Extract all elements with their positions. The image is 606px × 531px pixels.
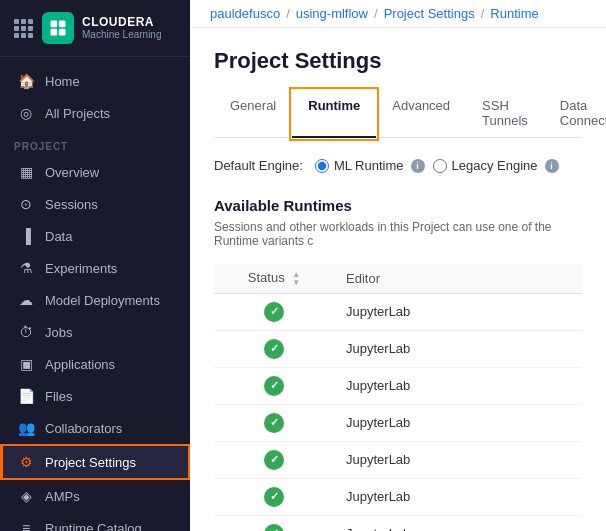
editor-cell: JupyterLab bbox=[334, 330, 582, 367]
sidebar-item-label: Files bbox=[45, 389, 72, 404]
column-header-status[interactable]: Status ▲▼ bbox=[214, 264, 334, 293]
status-check-icon: ✓ bbox=[264, 339, 284, 359]
status-cell: ✓ bbox=[214, 441, 334, 478]
overview-icon: ▦ bbox=[17, 163, 35, 181]
sidebar-item-experiments[interactable]: ⚗ Experiments bbox=[0, 252, 190, 284]
status-check-icon: ✓ bbox=[264, 487, 284, 507]
table-row: ✓ JupyterLab bbox=[214, 478, 582, 515]
status-column-label: Status bbox=[248, 270, 285, 285]
page-title: Project Settings bbox=[214, 48, 582, 74]
column-header-editor: Editor bbox=[334, 264, 582, 293]
breadcrumb-sep-2: / bbox=[374, 6, 378, 21]
sidebar-item-jobs[interactable]: ⏱ Jobs bbox=[0, 316, 190, 348]
tab-data-connections[interactable]: Data Connections bbox=[544, 90, 606, 138]
amps-icon: ◈ bbox=[17, 487, 35, 505]
sidebar-item-label: Collaborators bbox=[45, 421, 122, 436]
status-sort-icon[interactable]: ▲▼ bbox=[292, 271, 300, 287]
status-cell: ✓ bbox=[214, 330, 334, 367]
sidebar-item-label: Overview bbox=[45, 165, 99, 180]
grid-menu-icon[interactable] bbox=[14, 19, 32, 37]
legacy-engine-info-icon[interactable]: i bbox=[545, 159, 559, 173]
sidebar-item-all-projects[interactable]: ◎ All Projects bbox=[0, 97, 190, 129]
sidebar-item-model-deployments[interactable]: ☁ Model Deployments bbox=[0, 284, 190, 316]
runtimes-table: Status ▲▼ Editor ✓ JupyterLab ✓ JupyterL… bbox=[214, 264, 582, 531]
sidebar-item-label: Project Settings bbox=[45, 455, 136, 470]
table-row: ✓ JupyterLab bbox=[214, 515, 582, 531]
tab-runtime[interactable]: Runtime bbox=[292, 90, 376, 138]
model-deployments-icon: ☁ bbox=[17, 291, 35, 309]
status-cell: ✓ bbox=[214, 367, 334, 404]
status-cell: ✓ bbox=[214, 515, 334, 531]
sidebar-item-label: AMPs bbox=[45, 489, 80, 504]
sidebar-item-home[interactable]: 🏠 Home bbox=[0, 65, 190, 97]
sidebar-item-collaborators[interactable]: 👥 Collaborators bbox=[0, 412, 190, 444]
sidebar-item-sessions[interactable]: ⊙ Sessions bbox=[0, 188, 190, 220]
files-icon: 📄 bbox=[17, 387, 35, 405]
main-content: pauldefusco / using-mlflow / Project Set… bbox=[190, 0, 606, 531]
sidebar-item-overview[interactable]: ▦ Overview bbox=[0, 156, 190, 188]
status-cell: ✓ bbox=[214, 478, 334, 515]
sidebar-item-files[interactable]: 📄 Files bbox=[0, 380, 190, 412]
home-icon: 🏠 bbox=[17, 72, 35, 90]
sidebar-item-data[interactable]: ▐ Data bbox=[0, 220, 190, 252]
project-settings-icon: ⚙ bbox=[17, 453, 35, 471]
svg-rect-2 bbox=[51, 29, 58, 36]
brand-text: CLOUDERA Machine Learning bbox=[82, 15, 162, 41]
tab-general[interactable]: General bbox=[214, 90, 292, 138]
sidebar-section-project: PROJECT bbox=[0, 129, 190, 156]
data-icon: ▐ bbox=[17, 227, 35, 245]
sidebar-item-label: Model Deployments bbox=[45, 293, 160, 308]
breadcrumb-settings[interactable]: Project Settings bbox=[384, 6, 475, 21]
ml-runtime-info-icon[interactable]: i bbox=[411, 159, 425, 173]
sessions-icon: ⊙ bbox=[17, 195, 35, 213]
status-check-icon: ✓ bbox=[264, 302, 284, 322]
table-row: ✓ JupyterLab bbox=[214, 404, 582, 441]
breadcrumb-project[interactable]: using-mlflow bbox=[296, 6, 368, 21]
sidebar-logo: CLOUDERA Machine Learning bbox=[0, 0, 190, 57]
status-cell: ✓ bbox=[214, 404, 334, 441]
brand-sub: Machine Learning bbox=[82, 29, 162, 41]
collaborators-icon: 👥 bbox=[17, 419, 35, 437]
sidebar-item-label: Sessions bbox=[45, 197, 98, 212]
sidebar-item-amps[interactable]: ◈ AMPs bbox=[0, 480, 190, 512]
engine-legacy-label: Legacy Engine bbox=[452, 158, 538, 173]
table-row: ✓ JupyterLab bbox=[214, 367, 582, 404]
jobs-icon: ⏱ bbox=[17, 323, 35, 341]
sidebar-item-project-settings[interactable]: ⚙ Project Settings bbox=[0, 444, 190, 480]
tabs-bar: General Runtime Advanced SSH Tunnels Dat… bbox=[214, 90, 582, 138]
status-check-icon: ✓ bbox=[264, 413, 284, 433]
table-row: ✓ JupyterLab bbox=[214, 441, 582, 478]
tab-advanced[interactable]: Advanced bbox=[376, 90, 466, 138]
status-check-icon: ✓ bbox=[264, 450, 284, 470]
breadcrumb-bar: pauldefusco / using-mlflow / Project Set… bbox=[190, 0, 606, 28]
breadcrumb-current: Runtime bbox=[490, 6, 538, 21]
status-check-icon: ✓ bbox=[264, 524, 284, 531]
runtime-catalog-icon: ≡ bbox=[17, 519, 35, 531]
engine-ml-runtime-label: ML Runtime bbox=[334, 158, 404, 173]
runtimes-section-title: Available Runtimes bbox=[214, 197, 582, 214]
sidebar-item-runtime-catalog[interactable]: ≡ Runtime Catalog bbox=[0, 512, 190, 531]
table-header-row: Status ▲▼ Editor bbox=[214, 264, 582, 293]
status-cell: ✓ bbox=[214, 293, 334, 330]
sidebar-item-label: Applications bbox=[45, 357, 115, 372]
engine-option-ml-runtime[interactable]: ML Runtime i bbox=[315, 158, 425, 173]
engine-option-legacy[interactable]: Legacy Engine i bbox=[433, 158, 559, 173]
editor-cell: JupyterLab bbox=[334, 404, 582, 441]
sidebar-item-label: Home bbox=[45, 74, 80, 89]
breadcrumb-user[interactable]: pauldefusco bbox=[210, 6, 280, 21]
engine-label: Default Engine: bbox=[214, 158, 303, 173]
all-projects-icon: ◎ bbox=[17, 104, 35, 122]
table-row: ✓ JupyterLab bbox=[214, 330, 582, 367]
engine-radio-legacy[interactable] bbox=[433, 159, 447, 173]
applications-icon: ▣ bbox=[17, 355, 35, 373]
engine-selection-row: Default Engine: ML Runtime i Legacy Engi… bbox=[214, 158, 582, 173]
sidebar-item-label: Runtime Catalog bbox=[45, 521, 142, 532]
tab-ssh-tunnels[interactable]: SSH Tunnels bbox=[466, 90, 544, 138]
sidebar: CLOUDERA Machine Learning 🏠 Home ◎ All P… bbox=[0, 0, 190, 531]
svg-rect-1 bbox=[59, 21, 66, 28]
engine-radio-ml-runtime[interactable] bbox=[315, 159, 329, 173]
editor-cell: JupyterLab bbox=[334, 367, 582, 404]
sidebar-item-label: Data bbox=[45, 229, 72, 244]
sidebar-item-applications[interactable]: ▣ Applications bbox=[0, 348, 190, 380]
editor-cell: JupyterLab bbox=[334, 293, 582, 330]
